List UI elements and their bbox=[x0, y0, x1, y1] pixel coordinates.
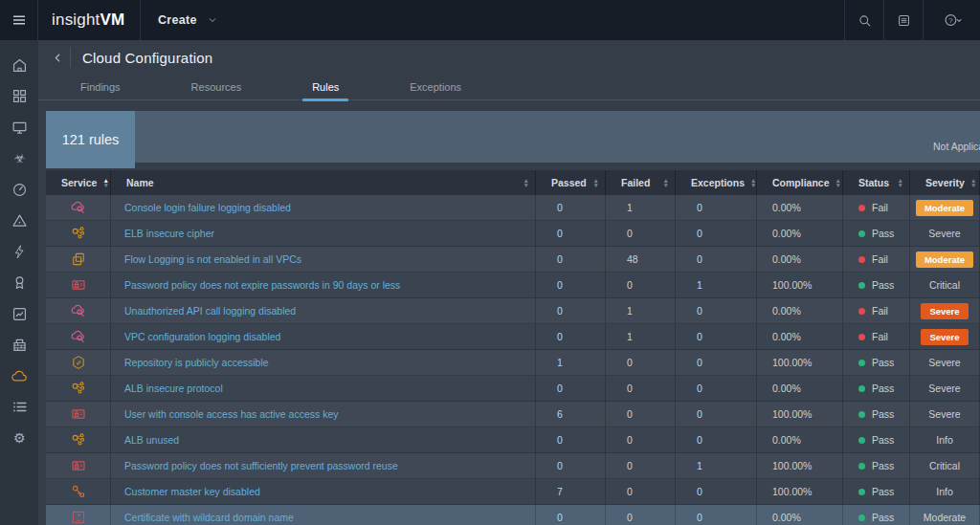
exceptions-cell: 0 bbox=[676, 324, 757, 349]
table-row[interactable]: ALB insecure protocol 0 0 0 0.00% Pass S… bbox=[46, 376, 980, 402]
tab-label: Findings bbox=[80, 81, 121, 93]
passed-cell: 0 bbox=[536, 298, 606, 323]
sidebar-item-apps-grid[interactable] bbox=[0, 81, 38, 113]
sidebar-item-list[interactable] bbox=[0, 392, 38, 424]
hamburger-menu-button[interactable] bbox=[0, 0, 38, 40]
rule-name-link[interactable]: Unauthorized API call logging disabled bbox=[124, 305, 296, 317]
column-label: Severity bbox=[925, 177, 965, 188]
rule-name-cell: ELB insecure cipher bbox=[111, 221, 536, 246]
sidebar-item-cloud[interactable] bbox=[0, 361, 38, 392]
table-row[interactable]: Repository is publicly accessible 1 0 0 … bbox=[46, 350, 980, 376]
table-row[interactable]: Password policy does not sufficiently pr… bbox=[46, 453, 980, 479]
rule-name-link[interactable]: ALB unused bbox=[124, 434, 179, 446]
table-row[interactable]: User with console access has active acce… bbox=[46, 402, 980, 427]
tab-resources[interactable]: Resources bbox=[176, 75, 257, 99]
sort-arrows-icon: ▲▼ bbox=[663, 178, 669, 187]
rules-count-chip[interactable]: 121 rules bbox=[46, 111, 135, 168]
search-button[interactable] bbox=[844, 0, 883, 40]
rule-name-link[interactable]: Certificate with wildcard domain name bbox=[124, 512, 294, 523]
severity-text: Info bbox=[936, 434, 953, 446]
table-row[interactable]: VPC configuration logging disabled 0 1 0… bbox=[46, 324, 980, 350]
compliance-cell: 0.00% bbox=[757, 247, 843, 272]
panel-list-button[interactable] bbox=[883, 0, 923, 40]
svg-text:?: ? bbox=[948, 16, 952, 25]
tab-findings[interactable]: Findings bbox=[65, 75, 136, 99]
help-button[interactable]: ? bbox=[923, 0, 980, 40]
sidebar-item-monitor[interactable] bbox=[0, 112, 38, 143]
compliance-cell: 100.00% bbox=[757, 479, 843, 504]
severity-text: Critical bbox=[929, 279, 960, 291]
compliance-cell: 0.00% bbox=[757, 298, 843, 323]
sidebar-item-biohazard[interactable]: ☣ bbox=[0, 143, 38, 175]
column-header-failed[interactable]: Failed▲▼ bbox=[606, 170, 676, 195]
rule-name-link[interactable]: Password policy does not sufficiently pr… bbox=[124, 460, 398, 471]
rule-name-cell: Certificate with wildcard domain name bbox=[111, 505, 536, 525]
column-header-service[interactable]: Service▲▼ bbox=[46, 170, 111, 195]
sidebar-item-gear[interactable]: ⚙ bbox=[0, 423, 38, 454]
topbar-spacer bbox=[235, 0, 844, 40]
status-cell: Pass bbox=[843, 350, 910, 375]
apps-grid-icon bbox=[11, 87, 29, 105]
svg-text:☣: ☣ bbox=[13, 152, 25, 166]
severity-text: Severe bbox=[928, 408, 960, 420]
severity-cell: Severe bbox=[910, 350, 980, 375]
column-header-exceptions[interactable]: Exceptions▲▼ bbox=[676, 170, 757, 195]
tab-exceptions[interactable]: Exceptions bbox=[394, 75, 477, 99]
not-applicable-filter[interactable]: Not Applicable bbox=[933, 141, 980, 152]
tab-rules[interactable]: Rules bbox=[297, 75, 354, 99]
column-header-status[interactable]: Status▲▼ bbox=[843, 170, 910, 195]
column-header-name[interactable]: Name▲▼ bbox=[111, 170, 536, 195]
sidebar-item-building[interactable] bbox=[0, 330, 38, 361]
column-header-severity[interactable]: Severity▲▼ bbox=[910, 170, 980, 195]
table-row[interactable]: Password policy does not expire password… bbox=[46, 273, 980, 298]
sort-arrows-icon: ▲▼ bbox=[898, 178, 903, 187]
rule-name-link[interactable]: VPC configuration logging disabled bbox=[124, 331, 280, 342]
exceptions-cell: 1 bbox=[676, 273, 757, 297]
column-header-passed[interactable]: Passed▲▼ bbox=[536, 170, 606, 195]
rule-name-link[interactable]: ALB insecure protocol bbox=[124, 383, 223, 394]
service-cell bbox=[46, 324, 111, 349]
rule-name-link[interactable]: Customer master key disabled bbox=[124, 486, 260, 497]
chevron-down-icon bbox=[207, 14, 218, 26]
rule-name-link[interactable]: Console login failure logging disabled bbox=[124, 202, 291, 213]
status-cell: Pass bbox=[843, 273, 910, 297]
severity-badge: Severe bbox=[921, 303, 968, 319]
table-row[interactable]: ALB unused 0 0 0 0.00% Pass Info bbox=[46, 427, 980, 453]
passed-cell: 0 bbox=[536, 453, 606, 478]
sidebar-item-triangle-alert[interactable] bbox=[0, 206, 38, 237]
table-row[interactable]: Console login failure logging disabled 0… bbox=[46, 195, 980, 221]
severity-cell: Severe bbox=[910, 376, 980, 401]
back-button[interactable] bbox=[46, 47, 71, 68]
sidebar-item-lightning[interactable] bbox=[0, 236, 38, 268]
severity-cell: Info bbox=[910, 427, 980, 452]
status-text: Pass bbox=[872, 279, 894, 291]
help-icon: ? bbox=[943, 11, 962, 30]
sidebar-item-award[interactable] bbox=[0, 268, 38, 299]
status-cell: Fail bbox=[843, 298, 910, 323]
failed-cell: 0 bbox=[606, 402, 676, 427]
table-row[interactable]: Unauthorized API call logging disabled 0… bbox=[46, 298, 980, 324]
service-cell bbox=[46, 427, 111, 452]
tab-bar: FindingsResourcesRulesExceptions bbox=[38, 75, 980, 100]
status-dot-icon bbox=[858, 411, 865, 418]
status-dot-icon bbox=[858, 256, 865, 263]
column-header-compliance[interactable]: Compliance▲▼ bbox=[757, 170, 843, 195]
rule-name-link[interactable]: Flow Logging is not enabled in all VPCs bbox=[124, 253, 301, 265]
sidebar-item-home[interactable] bbox=[0, 50, 38, 81]
table-row[interactable]: * Certificate with wildcard domain name … bbox=[46, 505, 980, 525]
rule-name-link[interactable]: User with console access has active acce… bbox=[124, 408, 339, 420]
rule-name-link[interactable]: Password policy does not expire password… bbox=[124, 279, 400, 291]
status-cell: Pass bbox=[843, 453, 910, 478]
rule-name-link[interactable]: Repository is publicly accessible bbox=[124, 357, 269, 368]
rule-name-link[interactable]: ELB insecure cipher bbox=[124, 228, 214, 239]
service-cell bbox=[46, 221, 111, 246]
sidebar-item-gauge[interactable] bbox=[0, 174, 38, 206]
table-row[interactable]: Flow Logging is not enabled in all VPCs … bbox=[46, 247, 980, 273]
award-icon bbox=[11, 273, 29, 292]
create-button[interactable]: Create bbox=[141, 0, 235, 40]
sidebar-item-report-chart[interactable] bbox=[0, 298, 38, 330]
severity-badge: Moderate bbox=[916, 200, 973, 216]
table-row[interactable]: ELB insecure cipher 0 0 0 0.00% Pass Sev… bbox=[46, 221, 980, 247]
table-row[interactable]: Customer master key disabled 7 0 0 100.0… bbox=[46, 479, 980, 505]
exceptions-cell: 0 bbox=[676, 195, 757, 220]
